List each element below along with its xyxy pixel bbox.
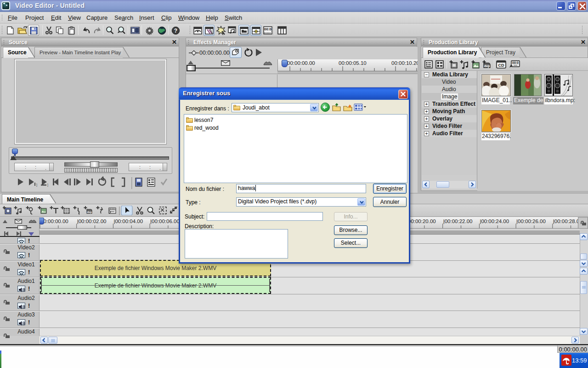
svg-text:dvp: dvp [484, 64, 490, 68]
svg-text:]: ] [36, 183, 37, 187]
svg-text:]: ] [47, 183, 48, 187]
svg-text:dvp: dvp [87, 211, 92, 213]
svg-text:00:0: 00:0 [264, 27, 272, 31]
svg-text:CD: CD [498, 63, 504, 68]
svg-text:00:0: 00:0 [512, 61, 519, 64]
svg-text:?: ? [174, 28, 177, 34]
